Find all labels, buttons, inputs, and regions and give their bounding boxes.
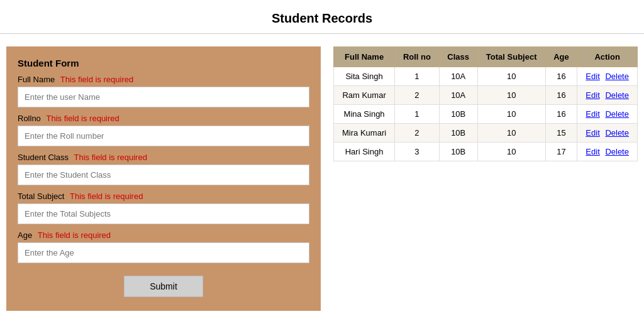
input-age[interactable] — [18, 242, 309, 263]
col-header-class: Class — [439, 47, 477, 67]
cell-2-2: 10B — [439, 105, 477, 124]
cell-2-4: 16 — [545, 105, 577, 124]
cell-4-0: Hari Singh — [334, 143, 395, 161]
cell-4-3: 10 — [477, 143, 545, 161]
cell-4-1: 3 — [395, 143, 440, 161]
table-row: Mira Kumari210B1015Edit Delete — [334, 124, 638, 143]
delete-button-0[interactable]: Delete — [605, 72, 629, 81]
form-title: Student Form — [18, 58, 309, 68]
delete-button-1[interactable]: Delete — [605, 90, 629, 100]
records-table: Full NameRoll noClassTotal SubjectAgeAct… — [333, 46, 638, 161]
table-row: Hari Singh310B1017Edit Delete — [334, 143, 638, 161]
cell-0-2: 10A — [439, 67, 477, 86]
cell-2-0: Mina Singh — [334, 105, 395, 124]
label-studentclass: Student Class This field is required — [18, 153, 309, 162]
required-fullname: This field is required — [60, 75, 133, 84]
action-cell-1: Edit Delete — [577, 86, 638, 105]
col-header-age: Age — [545, 47, 577, 67]
delete-button-2[interactable]: Delete — [605, 109, 629, 119]
field-totalsubject: Total Subject This field is required — [18, 192, 309, 225]
cell-0-0: Sita Singh — [334, 67, 395, 86]
cell-1-4: 16 — [545, 86, 577, 105]
input-rollno[interactable] — [18, 126, 309, 146]
cell-1-2: 10A — [439, 86, 477, 105]
cell-4-4: 17 — [545, 143, 577, 161]
col-header-total-subject: Total Subject — [477, 47, 545, 67]
table-row: Sita Singh110A1016Edit Delete — [334, 67, 638, 86]
cell-3-0: Mira Kumari — [334, 124, 395, 143]
cell-1-3: 10 — [477, 86, 545, 105]
delete-button-4[interactable]: Delete — [605, 147, 629, 156]
label-fullname: Full Name This field is required — [18, 75, 309, 84]
field-fullname: Full Name This field is required — [18, 75, 309, 109]
cell-3-1: 2 — [395, 124, 440, 143]
cell-2-1: 1 — [395, 105, 440, 124]
edit-button-4[interactable]: Edit — [586, 147, 599, 156]
cell-3-2: 10B — [439, 124, 477, 143]
required-totalsubject: This field is required — [70, 192, 143, 201]
cell-0-4: 16 — [545, 67, 577, 86]
required-rollno: This field is required — [46, 114, 119, 123]
cell-3-4: 15 — [545, 124, 577, 143]
records-table-panel: Full NameRoll noClassTotal SubjectAgeAct… — [333, 46, 638, 161]
cell-4-2: 10B — [439, 143, 477, 161]
cell-0-1: 1 — [395, 67, 440, 86]
required-studentclass: This field is required — [74, 153, 147, 162]
input-fullname[interactable] — [18, 87, 309, 107]
page-title: Student Records — [0, 0, 644, 34]
cell-3-3: 10 — [477, 124, 545, 143]
delete-button-3[interactable]: Delete — [605, 128, 629, 138]
field-rollno: Rollno This field is required — [18, 114, 309, 148]
cell-0-3: 10 — [477, 67, 545, 86]
col-header-full-name: Full Name — [334, 47, 395, 67]
cell-1-1: 2 — [395, 86, 440, 105]
edit-button-1[interactable]: Edit — [586, 90, 599, 100]
label-rollno: Rollno This field is required — [18, 114, 309, 123]
action-cell-3: Edit Delete — [577, 124, 638, 143]
edit-button-2[interactable]: Edit — [586, 109, 599, 119]
input-studentclass[interactable] — [18, 165, 309, 185]
field-age: Age This field is required — [18, 230, 309, 264]
submit-button[interactable]: Submit — [124, 276, 203, 297]
cell-1-0: Ram Kumar — [334, 86, 395, 105]
action-cell-2: Edit Delete — [577, 105, 638, 124]
edit-button-0[interactable]: Edit — [586, 72, 599, 81]
action-cell-0: Edit Delete — [577, 67, 638, 86]
col-header-roll-no: Roll no — [395, 47, 440, 67]
table-row: Mina Singh110B1016Edit Delete — [334, 105, 638, 124]
table-row: Ram Kumar210A1016Edit Delete — [334, 86, 638, 105]
cell-2-3: 10 — [477, 105, 545, 124]
input-totalsubject[interactable] — [18, 203, 309, 224]
col-header-action: Action — [577, 47, 638, 67]
required-age: This field is required — [38, 230, 111, 240]
student-form-panel: Student Form Full Name This field is req… — [6, 46, 321, 311]
edit-button-3[interactable]: Edit — [586, 128, 599, 138]
field-studentclass: Student Class This field is required — [18, 153, 309, 187]
label-totalsubject: Total Subject This field is required — [18, 192, 309, 201]
label-age: Age This field is required — [18, 230, 309, 240]
action-cell-4: Edit Delete — [577, 143, 638, 161]
